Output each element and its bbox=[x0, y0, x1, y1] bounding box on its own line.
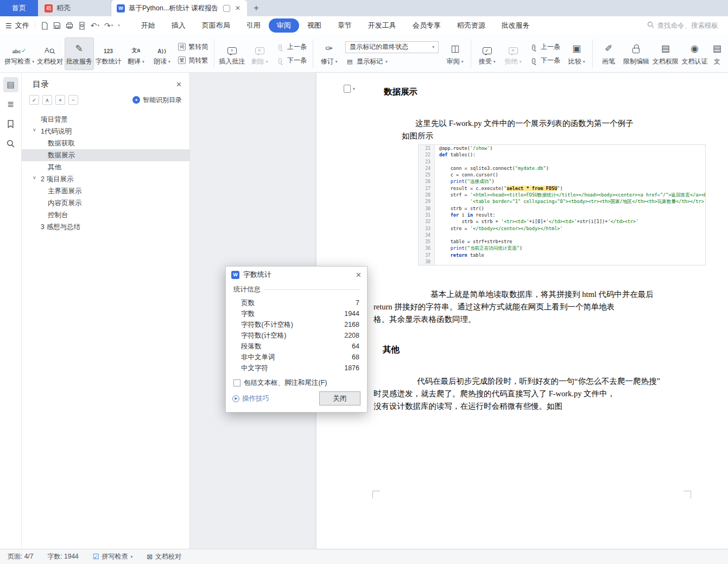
checkbox-icon[interactable] bbox=[233, 379, 240, 386]
toc-item[interactable]: 3 感想与总结 bbox=[22, 221, 189, 233]
status-proofread-toggle[interactable]: ⊠ 文档校对 bbox=[147, 552, 181, 561]
code-line-number: 27 bbox=[419, 185, 435, 192]
show-markup-button[interactable]: ▤显示标记▾ bbox=[345, 57, 439, 66]
doc-certify-button[interactable]: ◉ 文档认证 bbox=[680, 37, 710, 70]
chevron-down-icon[interactable]: ∨ bbox=[33, 127, 36, 132]
correction-service-button[interactable]: ✎ 批改服务 bbox=[65, 37, 94, 70]
menu-tab-页面布局[interactable]: 页面布局 bbox=[194, 18, 238, 33]
next-change-button[interactable]: ↓下一条 bbox=[529, 56, 560, 65]
smart-toc-button[interactable]: ✦ 智能识别目录 bbox=[132, 96, 182, 105]
toc-item[interactable]: 其他 bbox=[22, 161, 189, 173]
toc-item[interactable]: 主界面展示 bbox=[22, 185, 189, 197]
include-textbox-checkbox[interactable]: 包括文本框、脚注和尾注(F) bbox=[233, 378, 359, 388]
notes-panel-icon[interactable]: ≣ bbox=[3, 97, 18, 112]
menu-tab-插入[interactable]: 插入 bbox=[163, 18, 194, 33]
file-menu[interactable]: ☰ 文件 bbox=[5, 21, 35, 30]
compare-button[interactable]: ▣ 比较▾ bbox=[564, 37, 590, 70]
tips-link[interactable]: ▶ 操作技巧 bbox=[232, 394, 269, 403]
review-button[interactable]: ◫ 审阅▾ bbox=[442, 37, 468, 70]
word-count-button[interactable]: 123 字数统计 bbox=[94, 37, 123, 70]
code-line: 31 for i in result: bbox=[419, 212, 705, 218]
new-tab-button[interactable]: + bbox=[247, 0, 265, 16]
dialog-titlebar[interactable]: W 字数统计 ✕ bbox=[226, 267, 367, 283]
print-icon[interactable] bbox=[66, 22, 73, 29]
menu-tab-批改服务[interactable]: 批改服务 bbox=[493, 18, 538, 33]
pen-button[interactable]: ✐ 画笔 bbox=[596, 37, 622, 70]
spellcheck-button[interactable]: abc✓ 拼写检查▾ bbox=[3, 37, 35, 70]
toc-item[interactable]: 项目背景 bbox=[22, 113, 189, 125]
close-icon[interactable]: ✕ bbox=[176, 80, 182, 88]
toc-item[interactable]: 数据展示 bbox=[22, 149, 189, 161]
code-line-number: 33 bbox=[419, 225, 435, 232]
revision-button[interactable]: ✑ 修订▾ bbox=[316, 37, 342, 70]
chevron-down-icon: ▾ bbox=[520, 59, 522, 64]
doc-proofread-button[interactable]: A 文档校对 bbox=[35, 37, 65, 70]
toc-item[interactable]: 数据获取 bbox=[22, 137, 189, 149]
toc-item[interactable]: 控制台 bbox=[22, 209, 189, 221]
trad-to-simp-button[interactable]: 词繁转简 bbox=[178, 42, 208, 52]
read-aloud-button[interactable]: A⟩⟩ 朗读▾ bbox=[149, 37, 175, 70]
prev-change-button[interactable]: ↑上一条 bbox=[529, 42, 560, 52]
next-comment-button[interactable]: ↓下一条 bbox=[276, 56, 307, 65]
menu-tab-开始[interactable]: 开始 bbox=[133, 18, 163, 33]
redo-button[interactable]: ↷▾ bbox=[104, 21, 113, 30]
code-line-number: 30 bbox=[419, 205, 435, 212]
toc-item[interactable]: 内容页展示 bbox=[22, 197, 189, 209]
save-icon[interactable] bbox=[53, 22, 61, 29]
accept-button[interactable]: ✓ 接受▾ bbox=[474, 37, 500, 70]
close-button[interactable]: 关闭 bbox=[319, 391, 360, 405]
code-screenshot: 21@app.route('/show')22def tables():2324… bbox=[418, 144, 706, 265]
tab-document[interactable]: W 基于Python...析统计 课程报告 ✕ bbox=[111, 0, 247, 16]
menu-tab-稻壳资源[interactable]: 稻壳资源 bbox=[449, 18, 493, 33]
prev-comment-button[interactable]: ↑上一条 bbox=[276, 42, 307, 52]
ribbon-cutoff-button[interactable]: ▤ 文 bbox=[709, 37, 725, 70]
menu-tab-引用[interactable]: 引用 bbox=[238, 18, 269, 33]
toc-collapse-button[interactable]: − bbox=[68, 95, 78, 105]
search-panel-icon[interactable] bbox=[3, 136, 18, 151]
document-page[interactable]: ▾ 数据展示 这里先以 F-work.py 文件中的一个展示列表的函数为第一个例… bbox=[316, 73, 728, 549]
menu-tab-会员专享[interactable]: 会员专享 bbox=[404, 18, 449, 33]
outline-panel-icon[interactable]: ▤ bbox=[3, 77, 18, 92]
menu-tab-开发工具[interactable]: 开发工具 bbox=[360, 18, 404, 33]
tab-home[interactable]: 首页 bbox=[0, 0, 38, 16]
reject-button[interactable]: ✕ 拒绝▾ bbox=[500, 37, 526, 70]
insert-comment-button[interactable]: + 插入批注 bbox=[217, 37, 246, 70]
bookmark-icon[interactable] bbox=[3, 116, 18, 131]
markup-state-select[interactable]: 显示标记的最终状态▾ bbox=[345, 41, 439, 53]
print-preview-icon[interactable] bbox=[78, 22, 86, 30]
dialog-close-icon[interactable]: ✕ bbox=[356, 271, 362, 279]
doc-permission-button[interactable]: ▤ 文档权限 bbox=[651, 37, 680, 70]
doc-paragraph-3: 代码在最后初步完成阶段时，听到好友的一句“你怎么不去爬一爬热搜”时灵感迸发，就去… bbox=[374, 375, 660, 413]
command-search[interactable]: 查找命令、搜索模板 bbox=[647, 21, 723, 30]
restrict-edit-button[interactable]: 限制编辑 bbox=[622, 37, 651, 70]
menu-tab-视图[interactable]: 视图 bbox=[299, 18, 330, 33]
toc-item[interactable]: ∨1代码说明 bbox=[22, 125, 189, 137]
toc-expand-button[interactable]: + bbox=[55, 95, 65, 105]
more-icon[interactable]: ▾ bbox=[118, 23, 120, 28]
page-tool-button[interactable]: ▾ bbox=[344, 85, 355, 93]
simp-to-trad-button[interactable]: 繁简转繁 bbox=[178, 56, 208, 65]
paragraph-line: 基本上就是简单地读取数据库，将其拼接到 html 代码中并在最后 bbox=[374, 288, 654, 301]
tab-extra-icon[interactable] bbox=[223, 5, 230, 12]
new-document-icon[interactable] bbox=[41, 22, 48, 30]
toc-item[interactable]: ∨2 项目展示 bbox=[22, 173, 189, 185]
code-line-number: 37 bbox=[419, 252, 435, 258]
smart-toc-icon: ✦ bbox=[132, 96, 140, 104]
tab-close-icon[interactable]: ✕ bbox=[234, 4, 242, 12]
delete-comment-button[interactable]: ✕ 删除▾ bbox=[246, 37, 273, 70]
code-line-number: 25 bbox=[419, 172, 435, 178]
quick-access-toolbar: ↶▾ ↷▾ ▾ bbox=[35, 21, 125, 30]
toc-check-button[interactable]: ✓ bbox=[29, 95, 39, 105]
toc-collapse-all-button[interactable]: ∧ bbox=[42, 95, 52, 105]
menu-tab-审阅[interactable]: 审阅 bbox=[269, 18, 299, 33]
menu-tab-章节[interactable]: 章节 bbox=[330, 18, 360, 33]
code-line: 21@app.route('/show') bbox=[419, 145, 705, 151]
translate-button[interactable]: 文a 翻译▾ bbox=[123, 37, 149, 70]
status-page-indicator[interactable]: 页面: 4/7 bbox=[8, 552, 33, 561]
chevron-down-icon[interactable]: ∨ bbox=[33, 175, 36, 180]
tab-docer[interactable]: 稻 稻壳 bbox=[38, 0, 111, 16]
status-spellcheck-toggle[interactable]: ☑ 拼写检查 ▾ bbox=[93, 552, 132, 561]
code-line: 34 bbox=[419, 232, 705, 238]
undo-button[interactable]: ↶▾ bbox=[91, 21, 99, 30]
status-word-count[interactable]: 字数: 1944 bbox=[47, 552, 78, 561]
